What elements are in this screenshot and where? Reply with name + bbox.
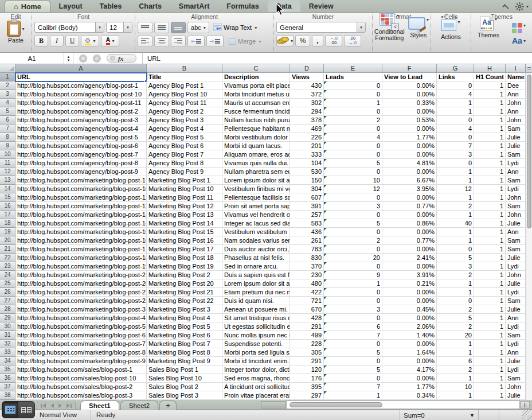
cell-F19[interactable]: 0.00% (382, 228, 437, 236)
cell-A9[interactable]: http://blog.hubspot.com/agency/blog-post… (15, 142, 147, 150)
cell-A19[interactable]: http://blog.hubspot.com/marketing/blog-p… (15, 228, 147, 236)
text-orientation-button[interactable]: abc▾ (187, 22, 209, 33)
cell-H37[interactable]: 1 (474, 383, 506, 391)
cell-G3[interactable]: 4 (437, 90, 474, 99)
name-box-stepper[interactable]: ▲▼ (64, 53, 73, 64)
cell-C20[interactable]: Nam sodales varius ser (222, 236, 290, 245)
cell-F22[interactable]: 2.41% (382, 254, 437, 262)
cell-D5[interactable]: 294 (290, 107, 324, 116)
cell-C14[interactable]: Vestibulum finibus mi ve (222, 185, 290, 193)
cell-C34[interactable]: Morbi id tincidunt enim. (222, 357, 290, 365)
cell-B33[interactable]: Marketing Blog Post 8 (147, 348, 222, 357)
cell-A4[interactable]: http://blog.hubspot.com/agency/blog-post… (15, 99, 147, 107)
cell-B17[interactable]: Marketing Blog Post 13 (147, 211, 222, 219)
cell-I38[interactable]: Julie (506, 391, 526, 400)
cell-E29[interactable]: 0 (324, 314, 382, 322)
cancel-icon[interactable]: ✕ (79, 55, 87, 63)
cell-A34[interactable]: http://blog.hubspot.com/marketing/blog-p… (15, 357, 147, 365)
cell-G1[interactable]: Links (437, 73, 474, 81)
cell-E26[interactable]: 0 (324, 288, 382, 297)
cell-H26[interactable]: 1 (474, 288, 506, 297)
decrease-indent-button[interactable]: ⇦ (187, 36, 205, 47)
row-header-13[interactable]: 13 (0, 176, 15, 185)
cell-D22[interactable]: 830 (290, 254, 324, 262)
cell-G21[interactable]: 0 (437, 245, 474, 254)
row-header-7[interactable]: 7 (0, 125, 15, 133)
cell-G23[interactable]: 3 (437, 262, 474, 271)
wrap-text-dropdown-arrow[interactable]: ▾ (255, 25, 257, 30)
cell-B14[interactable]: Marketing Blog Post 10 (147, 185, 222, 193)
cell-F3[interactable]: 0.00% (382, 90, 437, 99)
cell-C10[interactable]: Aliquam ornare, eros ac (222, 150, 290, 159)
cell-F14[interactable]: 3.95% (382, 185, 437, 193)
cell-I14[interactable]: Lydi (506, 185, 526, 193)
cell-C18[interactable]: Integer ac lacus sed dia (222, 219, 290, 228)
cell-H33[interactable]: 1 (474, 348, 506, 357)
cell-C31[interactable]: Nunc mollis ipsum nec i (222, 331, 290, 340)
cell-E1[interactable]: Leads (324, 73, 382, 81)
cell-A8[interactable]: http://blog.hubspot.com/agency/blog-post… (15, 133, 147, 142)
cell-I37[interactable]: John (506, 383, 526, 391)
cell-E19[interactable]: 0 (324, 228, 382, 236)
cell-E15[interactable]: 0 (324, 193, 382, 202)
cell-D36[interactable]: 176 (290, 374, 324, 383)
cell-I31[interactable]: Sam (506, 331, 526, 340)
cell-D25[interactable]: 480 (290, 279, 324, 288)
cell-C15[interactable]: Pellentesque facilisis sa (222, 193, 290, 202)
horizontal-split-handle[interactable] (521, 401, 530, 409)
cell-F15[interactable]: 0.00% (382, 193, 437, 202)
cell-D30[interactable]: 291 (290, 322, 324, 331)
cell-I5[interactable]: Ann (506, 107, 526, 116)
cell-C37[interactable]: A tincidunt orci sollicitud (222, 383, 290, 391)
merge-button[interactable]: Merge ▾ (229, 38, 261, 45)
cell-B10[interactable]: Agency Blog Post 7 (147, 150, 222, 159)
cell-F28[interactable]: 0.45% (382, 305, 437, 314)
collapse-ribbon-icon[interactable] (502, 4, 508, 10)
ribbon-tab-formulas[interactable]: Formulas (218, 0, 267, 12)
name-box[interactable]: A1 (0, 53, 64, 64)
cell-C2[interactable]: Vivamus porta elit place (222, 81, 290, 90)
cell-A6[interactable]: http://blog.hubspot.com/agency/blog-post… (15, 116, 147, 125)
cell-H36[interactable]: 1 (474, 374, 506, 383)
underline-button[interactable]: U (65, 35, 79, 46)
row-header-3[interactable]: 3 (0, 90, 15, 99)
cell-F4[interactable]: 0.33% (382, 99, 437, 107)
row-header-23[interactable]: 23 (0, 262, 15, 271)
sheet-tab-sheet1[interactable]: Sheet1 (80, 400, 119, 410)
cell-D10[interactable]: 333 (290, 150, 324, 159)
cell-H5[interactable]: 1 (474, 107, 506, 116)
cell-C23[interactable]: Sed in ornare arcu. (222, 262, 290, 271)
vertical-scrollbar[interactable] (526, 64, 532, 400)
number-format-dropdown-arrow[interactable]: ▾ (357, 22, 365, 32)
page-layout-view-button[interactable] (18, 402, 34, 418)
cell-H17[interactable]: 1 (474, 211, 506, 219)
add-sheet-button[interactable]: + (159, 400, 177, 410)
cell-I15[interactable]: John (506, 193, 526, 202)
cell-I22[interactable]: Julie (506, 254, 526, 262)
cell-G18[interactable]: 40 (437, 219, 474, 228)
cell-G8[interactable]: 0 (437, 133, 474, 142)
cell-I3[interactable]: Ann (506, 90, 526, 99)
cell-A31[interactable]: http://blog.hubspot.com/marketing/blog-p… (15, 331, 147, 340)
row-header-2[interactable]: 2 (0, 81, 15, 90)
formula-content[interactable]: URL (147, 55, 161, 62)
ribbon-tab-home[interactable]: ⌂Home (5, 0, 50, 12)
column-header-H[interactable]: H (474, 64, 506, 73)
vertical-scrollbar-thumb[interactable] (527, 75, 531, 228)
cell-E38[interactable]: 1 (324, 391, 382, 400)
vertical-split-handle[interactable] (526, 64, 532, 73)
cell-B3[interactable]: Agency Blog Post 10 (147, 90, 222, 99)
cell-A35[interactable]: http://blog.hubspot.com/sales/blog-post-… (15, 365, 147, 374)
row-header-5[interactable]: 5 (0, 107, 15, 116)
cell-F27[interactable]: 0.00% (382, 297, 437, 305)
cell-F18[interactable]: 0.86% (382, 219, 437, 228)
cell-B37[interactable]: Sales Blog Post 2 (147, 383, 222, 391)
cell-F34[interactable]: 0.00% (382, 357, 437, 365)
cell-B23[interactable]: Marketing Blog Post 19 (147, 262, 222, 271)
cell-H6[interactable]: 1 (474, 116, 506, 125)
cell-E28[interactable]: 3 (324, 305, 382, 314)
cell-I21[interactable]: Sam (506, 245, 526, 254)
row-header-20[interactable]: 20 (0, 236, 15, 245)
paste-button[interactable]: ▾ (7, 21, 24, 37)
cell-D20[interactable]: 261 (290, 236, 324, 245)
